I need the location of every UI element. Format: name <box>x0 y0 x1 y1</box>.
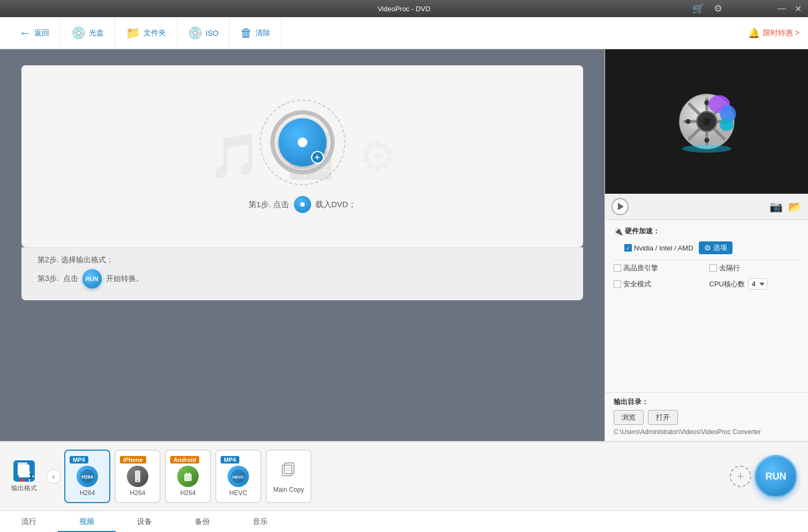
deinterlace-checkbox-wrap[interactable]: 去隔行 <box>709 263 800 273</box>
add-format-button[interactable]: + <box>730 466 751 487</box>
quality-checkbox[interactable] <box>614 264 621 272</box>
cpu-cores-select[interactable]: 4 2 8 <box>748 278 767 290</box>
disc-hole <box>298 138 307 147</box>
disc-button[interactable]: 💿 光盘 <box>61 17 115 49</box>
step3-prefix: 第3步. <box>37 274 59 284</box>
tab-popular[interactable]: 流行 <box>0 513 58 532</box>
divider1 <box>614 260 799 260</box>
android-codec-icon <box>177 466 199 487</box>
svg-rect-35 <box>188 473 190 475</box>
format-item-iphone-h264[interactable]: iPhone H264 <box>115 450 161 503</box>
output-format-label: 输出格式 <box>11 484 37 493</box>
iso-label: ISO <box>206 29 218 37</box>
window-controls: — ✕ <box>777 4 802 14</box>
run-inline-button[interactable]: RUN <box>82 269 102 288</box>
output-format-button[interactable]: 输出格式 <box>5 460 43 493</box>
disc-blue[interactable]: + <box>278 118 327 166</box>
hevc-label: HEVC <box>229 489 247 497</box>
step1-text: 第1步. 点击 载入DVD； <box>248 196 356 213</box>
svg-text:HEVC: HEVC <box>232 475 244 480</box>
options-button[interactable]: ⚙ 选项 <box>699 241 733 254</box>
mp4-hevc-badge: MP4 <box>221 456 239 463</box>
mp4-badge: MP4 <box>70 456 88 463</box>
format-item-mp4-h264[interactable]: MP4 H264 H264 <box>64 450 110 503</box>
output-label: 输出目录： <box>614 397 799 407</box>
svg-point-18 <box>682 145 731 153</box>
hw-icon: 🔌 <box>614 227 623 235</box>
h264-label: H264 <box>80 489 95 497</box>
clear-button[interactable]: 🗑 清除 <box>230 17 282 49</box>
tab-backup[interactable]: 备份 <box>173 513 231 532</box>
safemode-label: 安全模式 <box>623 279 651 289</box>
window-title: VideoProc - DVD <box>377 5 431 13</box>
format-item-mp4-hevc[interactable]: MP4 HEVC HEVC <box>215 450 261 503</box>
nvidia-checkbox-wrap[interactable]: Nvidia / Intel / AMD <box>624 244 693 252</box>
nvidia-label: Nvidia / Intel / AMD <box>634 244 693 252</box>
play-triangle-icon <box>618 203 624 210</box>
quality-label: 高品质引擎 <box>623 263 658 273</box>
tab-music[interactable]: 音乐 <box>231 513 289 532</box>
dvd-hole <box>300 202 305 207</box>
minimize-button[interactable]: — <box>777 4 786 13</box>
back-icon: ← <box>19 26 31 40</box>
safemode-checkbox-wrap[interactable]: 安全模式 <box>614 279 704 289</box>
output-buttons: 浏览 打开 <box>614 410 799 425</box>
format-icon-svg <box>13 460 35 482</box>
toolbar: ← 返回 💿 光盘 📁 文件夹 💿 ISO 🗑 清除 🔔 限时特惠 > <box>0 17 808 49</box>
deinterlace-checkbox[interactable] <box>709 264 717 272</box>
android-svg <box>180 468 196 484</box>
play-button[interactable] <box>611 198 629 215</box>
quality-checkbox-wrap[interactable]: 高品质引擎 <box>614 263 704 273</box>
run-button[interactable]: RUN <box>754 455 797 498</box>
promo-label: 限时特惠 > <box>763 28 799 38</box>
disc-container[interactable]: + <box>260 100 345 185</box>
hardware-accel-row: 🔌 硬件加速： <box>614 226 799 236</box>
left-content: 🎵🎬⚙ + 第1步. 点击 载入DVD； <box>0 49 605 441</box>
back-button[interactable]: ← 返回 <box>9 17 61 49</box>
folder-button[interactable]: 📁 文件夹 <box>115 17 177 49</box>
prev-format-button[interactable]: ‹ <box>46 469 61 484</box>
iphone-badge: iPhone <box>120 456 146 463</box>
category-tabs: 流行 视频 设备 备份 音乐 <box>0 511 808 532</box>
iso-button[interactable]: 💿 ISO <box>177 17 230 49</box>
step2-row: 第2步. 选择输出格式； <box>37 255 567 265</box>
disc-plus-button[interactable]: + <box>311 151 324 164</box>
svg-point-23 <box>28 475 31 477</box>
dvd-inline-icon <box>294 196 311 213</box>
copy-svg <box>279 460 298 479</box>
svg-point-28 <box>20 478 24 482</box>
android-label: H264 <box>180 489 196 497</box>
svg-point-12 <box>704 138 709 142</box>
hw-accel-label: 🔌 硬件加速： <box>614 226 660 236</box>
disc-label: 光盘 <box>89 28 104 38</box>
format-item-android-h264[interactable]: Android H264 <box>165 450 211 503</box>
settings-icon[interactable]: ⚙ <box>714 3 722 14</box>
bottom-format-bar: 输出格式 ‹ MP4 H264 H264 iPhone <box>0 441 808 511</box>
nvidia-row: Nvidia / Intel / AMD ⚙ 选项 <box>624 241 799 254</box>
svg-rect-33 <box>184 474 192 481</box>
promo-button[interactable]: 🔔 限时特惠 > <box>748 27 799 39</box>
tab-video[interactable]: 视频 <box>58 513 116 532</box>
tab-device[interactable]: 设备 <box>116 513 173 532</box>
close-button[interactable]: ✕ <box>795 4 802 14</box>
output-section: 输出目录： 浏览 打开 C:\Users\Administrator\Video… <box>605 392 808 441</box>
right-panel: 📷 📂 🔌 硬件加速： Nvidia / Intel / AMD <box>605 49 808 441</box>
cart-icon[interactable]: 🛒 <box>692 3 704 14</box>
screenshot-button[interactable]: 📷 <box>769 200 783 213</box>
copy-icon <box>279 460 298 483</box>
open-folder-button[interactable]: 📂 <box>788 200 802 213</box>
format-item-main-copy[interactable]: Main Copy <box>266 450 312 503</box>
browse-button[interactable]: 浏览 <box>614 410 644 425</box>
steps-instructions: 第2步. 选择输出格式； 第3步. 点击 RUN 开始转换。 <box>21 247 583 300</box>
settings-panel: 🔌 硬件加速： Nvidia / Intel / AMD ⚙ 选项 <box>605 220 808 392</box>
drop-zone[interactable]: 🎵🎬⚙ + 第1步. 点击 载入DVD； <box>21 65 583 247</box>
player-controls: 📷 📂 <box>605 194 808 220</box>
iphone-svg <box>130 468 146 484</box>
android-badge: Android <box>170 456 199 463</box>
h264-codec-icon: H264 <box>77 466 98 487</box>
safemode-checkbox[interactable] <box>614 280 621 288</box>
svg-point-10 <box>703 118 711 126</box>
open-button[interactable]: 打开 <box>648 410 678 425</box>
nvidia-checkbox[interactable] <box>624 244 632 252</box>
format-items-list: MP4 H264 H264 iPhone H2 <box>64 450 727 503</box>
